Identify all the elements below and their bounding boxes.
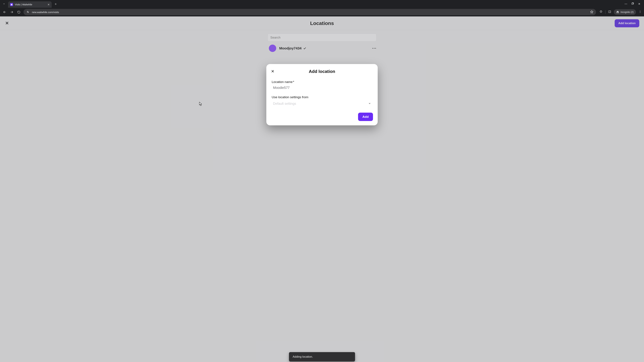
add-location-modal: ✕ Add location Location name* Use locati…: [266, 64, 378, 125]
svg-point-4: [27, 11, 28, 12]
nav-forward-button[interactable]: [10, 10, 14, 14]
svg-marker-7: [590, 10, 593, 13]
waitwhile-favicon: [10, 3, 13, 6]
site-info-button[interactable]: [26, 10, 30, 14]
location-name-field-label: Location name*: [272, 80, 372, 84]
svg-rect-8: [608, 11, 611, 13]
toolbar-divider: [605, 10, 606, 14]
svg-point-10: [640, 10, 640, 11]
extension-icon: [600, 10, 602, 13]
toast-message: Adding location.: [293, 355, 313, 358]
address-bar[interactable]: [24, 9, 596, 15]
browser-menu-button[interactable]: [639, 10, 642, 14]
extensions-button[interactable]: [600, 10, 602, 14]
settings-from-field-label: Use location settings from: [272, 95, 372, 99]
new-tab-button[interactable]: ＋: [53, 1, 58, 6]
toast-notification: Adding location.: [289, 352, 355, 362]
browser-toolbar: Incognito (2): [0, 8, 644, 16]
tab-title: Visits | Waitwhile: [15, 3, 32, 6]
settings-from-value: Default settings: [273, 102, 296, 106]
app-viewport: ✕ Locations Add location Moodjoy7434 ···…: [0, 16, 644, 362]
nav-back-button[interactable]: [2, 10, 7, 14]
window-controls: — ✕: [624, 2, 642, 5]
modal-add-button[interactable]: Add: [358, 113, 373, 121]
toolbar-right: Incognito (2): [598, 9, 642, 15]
required-asterisk: *: [293, 80, 294, 84]
tab-search-button[interactable]: [2, 1, 6, 6]
panel-icon: [608, 10, 611, 13]
incognito-indicator[interactable]: Incognito (2): [614, 9, 636, 15]
incognito-label: Incognito (2): [620, 11, 634, 13]
bookmark-button[interactable]: [590, 10, 593, 14]
svg-rect-0: [632, 3, 633, 4]
modal-body: Location name* Use location settings fro…: [271, 75, 373, 107]
url-input[interactable]: [32, 11, 588, 13]
browser-chrome: Visits | Waitwhile ✕ ＋ — ✕: [0, 0, 644, 16]
tab-close-button[interactable]: ✕: [48, 3, 50, 6]
location-name-label-text: Location name: [272, 80, 293, 84]
star-icon: [590, 10, 593, 13]
window-close-button[interactable]: ✕: [638, 2, 640, 5]
tab-strip: Visits | Waitwhile ✕ ＋ — ✕: [0, 0, 644, 8]
kebab-icon: [639, 10, 642, 13]
incognito-icon: [616, 10, 619, 13]
svg-point-6: [28, 12, 28, 13]
arrow-left-icon: [3, 10, 6, 14]
modal-footer: Add: [271, 107, 373, 121]
chevron-down-icon: [368, 102, 371, 105]
nav-reload-button[interactable]: [16, 10, 21, 14]
reload-icon: [17, 10, 20, 14]
modal-header: ✕ Add location: [271, 68, 373, 75]
arrow-right-icon: [10, 10, 14, 14]
svg-point-11: [640, 11, 640, 12]
side-panel-button[interactable]: [608, 10, 611, 14]
maximize-icon: [632, 2, 634, 5]
settings-from-select[interactable]: Default settings: [272, 100, 372, 107]
chevron-down-icon: [3, 3, 5, 5]
window-minimize-button[interactable]: —: [624, 2, 627, 5]
location-name-input[interactable]: [272, 84, 372, 91]
svg-point-12: [640, 12, 640, 13]
browser-tab[interactable]: Visits | Waitwhile ✕: [8, 1, 52, 8]
modal-title: Add location: [275, 69, 369, 74]
modal-close-button[interactable]: ✕: [271, 69, 275, 74]
tune-icon: [26, 10, 29, 13]
window-maximize-button[interactable]: [632, 2, 634, 5]
